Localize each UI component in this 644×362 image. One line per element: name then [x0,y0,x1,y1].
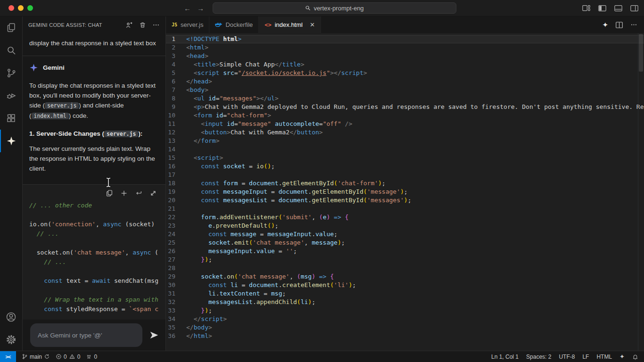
code-line[interactable]: 5 <script src="/socket.io/socket.io.js">… [166,69,644,77]
code-line[interactable]: 27 }); [166,255,644,264]
eol[interactable]: LF [578,351,593,362]
clear-chat-trash-icon[interactable] [139,21,146,29]
back-icon[interactable]: ← [184,4,191,12]
code-line[interactable]: 11 <input id="message" autocomplete="off… [166,120,644,128]
search-icon [305,5,311,11]
code-line[interactable]: 20 const messagesList = document.getElem… [166,196,644,205]
code-line[interactable]: 22 form.addEventListener('submit', (e) =… [166,213,644,222]
code-line[interactable]: 32 messagesList.appendChild(li); [166,298,644,306]
code-line[interactable]: 7<body> [166,86,644,94]
remote-indicator[interactable]: >< [0,351,16,362]
accounts-item[interactable] [0,305,22,328]
maximize-window-button[interactable] [27,5,33,11]
code-line[interactable]: 34 </script> [166,315,644,323]
code-line[interactable]: 16 const socket = io(); [166,162,644,171]
code-line[interactable]: 2<html> [166,43,644,52]
scrollbar-thumb[interactable] [639,34,643,72]
branch-name: main [30,354,42,360]
code-line[interactable]: 6</head> [166,77,644,86]
git-branch-item[interactable]: main [19,351,53,362]
code-line[interactable]: 10 <form id="chat-form"> [166,111,644,120]
tab-label: server.js [181,21,203,28]
code-line[interactable]: 24 const message = messageInput.value; [166,230,644,239]
code-line[interactable]: 13 </form> [166,137,644,145]
code-line[interactable]: 21 [166,205,644,213]
code-line[interactable]: 12 <button>Chat with Gemma2</button> [166,128,644,137]
code-line[interactable]: 9 <p>Chat with Gemma2 deployed to Cloud … [166,103,644,111]
editor-group: JS server.js Dockerfile <> index.html ✕ … [166,16,644,351]
ports-item[interactable]: 0 [83,351,100,362]
tab-server-js[interactable]: JS server.js [166,16,209,33]
close-tab-icon[interactable]: ✕ [310,21,315,28]
code-line[interactable]: 3<head> [166,52,644,60]
sidebar-item-gemini[interactable] [0,130,22,152]
minimize-window-button[interactable] [18,5,24,11]
editor-actions: ✦ [602,16,644,33]
code-line[interactable]: 26 messageInput.value = ''; [166,247,644,255]
code-line[interactable]: 33 }); [166,306,644,315]
tab-dockerfile[interactable]: Dockerfile [209,16,259,33]
split-editor-icon[interactable] [616,22,623,28]
share-chat-icon[interactable] [125,21,133,29]
command-center-search[interactable]: vertex-prompt-eng [213,2,456,14]
code-line[interactable]: 35</body> [166,323,644,332]
code-line[interactable]: 1<!DOCTYPE html> [166,35,644,43]
indentation[interactable]: Spaces: 2 [522,351,555,362]
inline-code-chip: index.html [32,113,69,119]
cursor-position[interactable]: Ln 1, Col 1 [487,351,522,362]
code-line[interactable]: 15 <script> [166,154,644,162]
settings-item[interactable] [0,328,22,351]
sidebar-item-extensions[interactable] [0,107,22,130]
send-icon[interactable] [149,330,160,340]
scrollbar[interactable] [638,33,644,351]
customize-layout-icon[interactable] [582,5,590,12]
accounts-icon [5,311,17,323]
add-icon[interactable] [120,189,128,197]
chat-code-line: // ... [29,257,165,267]
toggle-panel-icon[interactable] [614,5,622,12]
gemini-response-header: Gemini [23,56,165,76]
code-line[interactable]: 14 [166,145,644,154]
sidebar-item-search[interactable] [0,39,22,62]
code-line[interactable]: 17 [166,171,644,179]
code-line[interactable]: 30 const li = document.createElement('li… [166,281,644,289]
chat-code-line: // ... other code [29,201,165,210]
gemini-response-body: To display the chat responses in a style… [23,76,165,178]
chat-code-line: socket.on('chat message', async ( [29,248,165,257]
code-line[interactable]: 28 [166,264,644,272]
code-line[interactable]: 8 <ul id="messages"></ul> [166,94,644,103]
sidebar-item-source-control[interactable] [0,62,22,84]
gemini-chat-input[interactable] [30,323,142,347]
code-line[interactable]: 29 socket.on('chat message', (msg) => { [166,272,644,281]
problems-item[interactable]: 0 0 [53,351,83,362]
traffic-lights [8,5,33,11]
insert-at-cursor-icon[interactable] [135,189,142,197]
javascript-file-icon: JS [172,22,177,27]
sidebar-item-explorer[interactable] [0,16,22,39]
toggle-secondary-sidebar-icon[interactable] [630,5,638,12]
tab-index-html[interactable]: <> index.html ✕ [259,16,321,33]
sidebar-item-run-debug[interactable] [0,84,22,107]
editor-more-actions-icon[interactable] [630,21,637,28]
encoding[interactable]: UTF-8 [555,351,578,362]
sync-icon [44,354,50,360]
more-actions-icon[interactable] [152,21,160,29]
code-line[interactable]: 4 <title>Simple Chat App</title> [166,60,644,69]
gemini-editor-sparkle-icon[interactable]: ✦ [602,21,608,29]
code-line[interactable]: 25 socket.emit('chat message', message); [166,239,644,247]
expand-icon[interactable] [149,189,157,197]
copilot-sparkle-icon[interactable]: ✦ [616,351,628,362]
copy-icon[interactable] [106,189,113,197]
notifications-bell-icon[interactable] [628,351,644,362]
code-line[interactable]: 36</html> [166,332,644,340]
toggle-sidebar-icon[interactable] [598,5,606,12]
forward-icon[interactable]: → [197,4,204,12]
code-editor[interactable]: 1<!DOCTYPE html>2<html>3<head>4 <title>S… [166,33,644,351]
language-mode[interactable]: HTML [593,351,616,362]
source-control-icon [6,67,17,79]
code-line[interactable]: 31 li.textContent = msg; [166,289,644,298]
code-line[interactable]: 19 const messageInput = document.getElem… [166,188,644,196]
code-line[interactable]: 18 const form = document.getElementById(… [166,179,644,188]
close-window-button[interactable] [8,5,14,11]
code-line[interactable]: 23 e.preventDefault(); [166,222,644,230]
